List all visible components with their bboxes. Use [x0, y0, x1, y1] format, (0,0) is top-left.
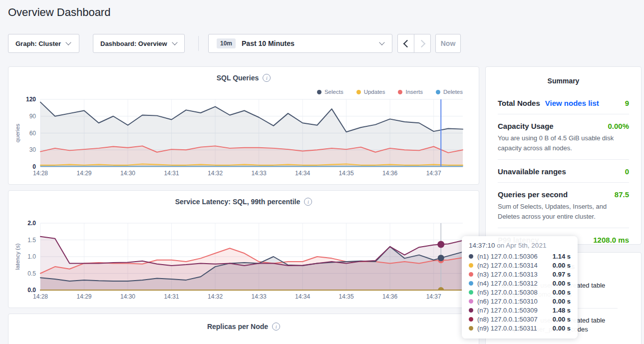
- y-tick-label: 2.0: [27, 220, 36, 227]
- tooltip-node-label: (n2) 127.0.0.1:50314: [477, 262, 538, 269]
- latency-plot[interactable]: 14:2814:2914:3014:3114:3214:3314:3414:35…: [8, 191, 479, 308]
- y-tick-label: 0.5: [27, 270, 36, 277]
- info-icon[interactable]: i: [272, 323, 280, 331]
- tooltip-node-value: 0.00 s: [553, 316, 571, 323]
- tooltip-node-row: (n4) 127.0.0.1:503120.00 s: [469, 279, 571, 288]
- tooltip-node-value: 1.14 s: [553, 253, 571, 260]
- toolbar-divider: [198, 36, 199, 51]
- tooltip-node-row: (n5) 127.0.0.1:503080.00 s: [469, 288, 571, 297]
- tooltip-node-label: (n9) 127.0.0.1:50311: [477, 325, 537, 332]
- node-color-dot-icon: [469, 326, 473, 331]
- x-tick-label: 14:29: [77, 293, 92, 300]
- info-icon[interactable]: i: [304, 198, 312, 206]
- tooltip-node-row: (n3) 127.0.0.1:503130.97 s: [469, 270, 571, 279]
- legend-item-inserts[interactable]: Inserts: [398, 89, 423, 95]
- node-color-dot-icon: [469, 299, 473, 304]
- y-tick-label: 1.0: [27, 253, 36, 260]
- time-range-selector[interactable]: 10m Past 10 Minutes: [208, 34, 392, 53]
- sql-queries-chart-card: 14:2814:2914:3014:3114:3214:3314:3414:35…: [8, 66, 479, 185]
- x-tick-label: 14:33: [252, 293, 267, 300]
- chevron-left-icon: [403, 39, 411, 47]
- summary-row-value: 0.00%: [608, 122, 629, 130]
- tooltip-node-label: (n3) 127.0.0.1:50313: [477, 271, 538, 278]
- tooltip-node-row: (n2) 127.0.0.1:503140.00 s: [469, 261, 571, 270]
- legend-label: Inserts: [405, 89, 423, 95]
- tooltip-date: on Apr 5th, 2021: [495, 242, 547, 249]
- x-tick-label: 14:32: [208, 170, 223, 177]
- y-tick-label: 1.5: [27, 237, 36, 244]
- chart-title-sql-queries: SQL Queries i: [8, 74, 479, 82]
- summary-row-caption: Sum of Selects, Updates, Inserts, and De…: [498, 202, 629, 221]
- x-tick-label: 14:28: [33, 293, 48, 300]
- dashboard-dropdown[interactable]: Dashboard: Overview: [93, 34, 185, 53]
- tooltip-node-value: 0.00 s: [553, 298, 571, 305]
- tooltip-node-label: (n6) 127.0.0.1:50310: [477, 298, 538, 305]
- tooltip-node-value: 1.48 s: [553, 307, 571, 314]
- x-tick-label: 14:31: [164, 293, 179, 300]
- time-next-button[interactable]: [414, 34, 431, 53]
- legend-item-deletes[interactable]: Deletes: [436, 89, 463, 95]
- x-tick-label: 14:34: [295, 293, 310, 300]
- x-tick-label: 14:36: [382, 170, 397, 177]
- summary-row: Capacity Usage0.00%You are using 0 B of …: [498, 114, 629, 159]
- summary-row-value: 9: [625, 99, 629, 107]
- tooltip-node-row: (n1) 127.0.0.1:503061.14 s: [469, 252, 571, 261]
- chart-title-latency: Service Latency: SQL, 99th percentile i: [8, 198, 479, 206]
- x-tick-label: 14:37: [426, 170, 441, 177]
- tooltip-node-row: (n7) 127.0.0.1:503091.48 s: [469, 306, 571, 315]
- info-icon[interactable]: i: [263, 74, 271, 82]
- node-color-dot-icon: [469, 308, 473, 313]
- y-axis-title: queries: [14, 123, 20, 142]
- chart-title-text: Replicas per Node: [207, 323, 268, 331]
- series-marker-dot: [438, 255, 444, 261]
- summary-row: Unavailable ranges0: [498, 159, 629, 182]
- time-prev-button[interactable]: [397, 34, 414, 53]
- node-color-dot-icon: [469, 272, 473, 277]
- tooltip-node-value: 0.00 s: [553, 325, 571, 332]
- tooltip-rows: (n1) 127.0.0.1:503061.14 s(n2) 127.0.0.1…: [469, 252, 571, 333]
- x-tick-label: 14:35: [339, 293, 354, 300]
- y-tick-label: 120: [26, 96, 36, 103]
- dashboard-dropdown-label: Dashboard: Overview: [100, 40, 167, 47]
- tooltip-timestamp: 14:37:10 on Apr 5th, 2021: [469, 242, 571, 252]
- graph-dropdown[interactable]: Graph: Cluster: [8, 34, 79, 53]
- summary-row-value: 87.5: [615, 190, 629, 199]
- view-nodes-list-link[interactable]: View nodes list: [545, 99, 599, 107]
- time-range-label: Past 10 Minutes: [242, 39, 295, 47]
- summary-row-value: 0: [625, 167, 629, 176]
- summary-row-value: 1208.0 ms: [593, 236, 629, 244]
- tooltip-node-label: (n1) 127.0.0.1:50306: [477, 253, 538, 260]
- chart-title-text: Service Latency: SQL, 99th percentile: [175, 198, 301, 206]
- sql-legend: SelectsUpdatesInsertsDeletes: [317, 89, 463, 95]
- x-tick-label: 14:30: [120, 293, 135, 300]
- summary-row: Queries per second87.5Sum of Selects, Up…: [498, 182, 629, 228]
- page-title: Overview Dashboard: [8, 6, 110, 19]
- series-marker-dot: [437, 241, 444, 248]
- node-color-dot-icon: [469, 281, 473, 286]
- overview-dashboard-page: Overview Dashboard Graph: Cluster Dashbo…: [0, 0, 644, 344]
- y-tick-label: 0: [32, 163, 36, 170]
- chevron-right-icon: [417, 39, 425, 47]
- x-tick-label: 14:28: [33, 170, 48, 177]
- legend-dot-icon: [436, 90, 440, 94]
- chart-title-replicas: Replicas per Node i: [8, 323, 479, 331]
- graph-dropdown-label: Graph: Cluster: [15, 40, 61, 47]
- x-tick-label: 14:36: [382, 293, 397, 300]
- legend-item-updates[interactable]: Updates: [356, 89, 385, 95]
- node-color-dot-icon: [469, 254, 473, 259]
- tooltip-node-value: 0.97 s: [553, 271, 571, 278]
- y-tick-label: 60: [29, 130, 36, 137]
- tooltip-node-row: (n9) 127.0.0.1:503110.00 s: [469, 324, 571, 333]
- legend-item-selects[interactable]: Selects: [317, 89, 343, 95]
- legend-dot-icon: [398, 90, 402, 94]
- summary-panel: Summary Total NodesView nodes list9Capac…: [485, 66, 642, 245]
- chart-title-text: SQL Queries: [217, 74, 259, 82]
- legend-label: Selects: [324, 89, 343, 95]
- legend-label: Deletes: [443, 89, 463, 95]
- tooltip-node-label: (n8) 127.0.0.1:50307: [477, 316, 538, 323]
- now-button[interactable]: Now: [435, 34, 461, 53]
- summary-row-label: Queries per second: [498, 190, 568, 199]
- sql-queries-plot[interactable]: 14:2814:2914:3014:3114:3214:3314:3414:35…: [8, 67, 479, 184]
- summary-row: Total NodesView nodes list9: [498, 91, 629, 114]
- node-color-dot-icon: [469, 317, 473, 322]
